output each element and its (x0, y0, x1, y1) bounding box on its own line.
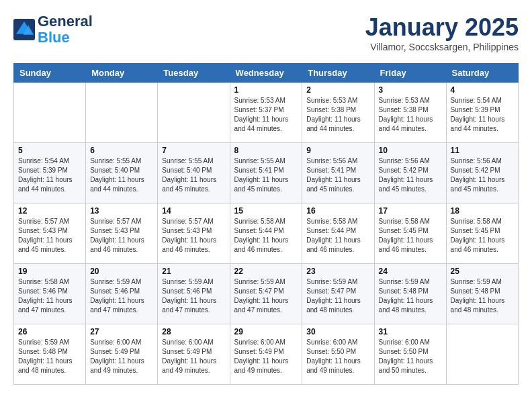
calendar-day-cell: 18Sunrise: 5:58 AM Sunset: 5:45 PM Dayli… (446, 203, 518, 264)
day-number: 17 (379, 206, 442, 216)
logo: General Blue (13, 13, 93, 46)
calendar-day-cell (14, 83, 86, 143)
calendar-day-cell: 28Sunrise: 6:00 AM Sunset: 5:49 PM Dayli… (158, 324, 230, 385)
day-info: Sunrise: 5:57 AM Sunset: 5:43 PM Dayligh… (90, 217, 153, 255)
day-info: Sunrise: 5:58 AM Sunset: 5:46 PM Dayligh… (18, 277, 81, 315)
calendar-day-cell: 26Sunrise: 5:59 AM Sunset: 5:48 PM Dayli… (14, 324, 86, 385)
day-of-week-header: Monday (86, 64, 158, 83)
day-number: 16 (306, 206, 369, 216)
day-number: 31 (379, 327, 442, 336)
day-of-week-header: Sunday (14, 64, 86, 83)
calendar-day-cell: 24Sunrise: 5:59 AM Sunset: 5:48 PM Dayli… (374, 264, 446, 324)
calendar-table: SundayMondayTuesdayWednesdayThursdayFrid… (13, 63, 519, 385)
calendar-day-cell: 13Sunrise: 5:57 AM Sunset: 5:43 PM Dayli… (86, 203, 158, 264)
calendar-day-cell: 20Sunrise: 5:59 AM Sunset: 5:46 PM Dayli… (86, 264, 158, 324)
day-of-week-header: Tuesday (158, 64, 230, 83)
day-number: 9 (306, 146, 369, 155)
calendar-day-cell: 2Sunrise: 5:53 AM Sunset: 5:38 PM Daylig… (302, 83, 374, 143)
day-info: Sunrise: 5:53 AM Sunset: 5:37 PM Dayligh… (234, 96, 298, 134)
day-number: 30 (306, 327, 369, 336)
calendar-day-cell: 29Sunrise: 6:00 AM Sunset: 5:49 PM Dayli… (230, 324, 302, 385)
day-number: 23 (306, 267, 369, 276)
day-info: Sunrise: 5:57 AM Sunset: 5:43 PM Dayligh… (18, 217, 81, 255)
day-info: Sunrise: 5:58 AM Sunset: 5:44 PM Dayligh… (306, 217, 369, 255)
day-info: Sunrise: 5:59 AM Sunset: 5:48 PM Dayligh… (18, 338, 81, 375)
calendar-day-cell: 15Sunrise: 5:58 AM Sunset: 5:44 PM Dayli… (230, 203, 302, 264)
day-info: Sunrise: 5:57 AM Sunset: 5:43 PM Dayligh… (162, 217, 225, 255)
calendar-week-row: 5Sunrise: 5:54 AM Sunset: 5:39 PM Daylig… (14, 143, 519, 203)
calendar-day-cell: 21Sunrise: 5:59 AM Sunset: 5:46 PM Dayli… (158, 264, 230, 324)
logo-blue: Blue (38, 30, 93, 46)
day-info: Sunrise: 6:00 AM Sunset: 5:49 PM Dayligh… (162, 338, 225, 375)
day-number: 13 (90, 206, 153, 216)
calendar-header-row: SundayMondayTuesdayWednesdayThursdayFrid… (14, 64, 519, 83)
calendar-day-cell: 1Sunrise: 5:53 AM Sunset: 5:37 PM Daylig… (230, 83, 302, 143)
day-info: Sunrise: 5:59 AM Sunset: 5:47 PM Dayligh… (234, 277, 298, 315)
location: Villamor, Soccsksargen, Philippines (365, 42, 519, 52)
calendar-day-cell: 25Sunrise: 5:59 AM Sunset: 5:48 PM Dayli… (446, 264, 518, 324)
calendar-day-cell: 7Sunrise: 5:55 AM Sunset: 5:40 PM Daylig… (158, 143, 230, 203)
day-info: Sunrise: 5:59 AM Sunset: 5:46 PM Dayligh… (90, 277, 153, 315)
day-number: 6 (90, 146, 153, 155)
day-number: 18 (451, 206, 514, 216)
day-number: 5 (18, 146, 81, 155)
day-info: Sunrise: 5:59 AM Sunset: 5:48 PM Dayligh… (451, 277, 514, 315)
day-info: Sunrise: 5:56 AM Sunset: 5:41 PM Dayligh… (306, 156, 369, 194)
day-number: 15 (234, 206, 298, 216)
day-info: Sunrise: 5:58 AM Sunset: 5:44 PM Dayligh… (234, 217, 298, 255)
day-number: 7 (162, 146, 225, 155)
day-info: Sunrise: 5:55 AM Sunset: 5:40 PM Dayligh… (162, 156, 225, 194)
day-number: 26 (18, 327, 81, 336)
day-number: 2 (306, 85, 369, 95)
day-number: 14 (162, 206, 225, 216)
logo-icon (13, 19, 35, 40)
day-of-week-header: Saturday (446, 64, 518, 83)
day-number: 3 (379, 85, 442, 95)
day-number: 10 (379, 146, 442, 155)
calendar-day-cell: 6Sunrise: 5:55 AM Sunset: 5:40 PM Daylig… (86, 143, 158, 203)
day-number: 19 (18, 267, 81, 276)
day-info: Sunrise: 5:59 AM Sunset: 5:46 PM Dayligh… (162, 277, 225, 315)
day-number: 11 (451, 146, 514, 155)
day-info: Sunrise: 5:59 AM Sunset: 5:48 PM Dayligh… (379, 277, 442, 315)
day-info: Sunrise: 6:00 AM Sunset: 5:50 PM Dayligh… (379, 338, 442, 375)
day-number: 25 (451, 267, 514, 276)
day-info: Sunrise: 5:59 AM Sunset: 5:47 PM Dayligh… (306, 277, 369, 315)
day-number: 24 (379, 267, 442, 276)
day-number: 21 (162, 267, 225, 276)
day-info: Sunrise: 6:00 AM Sunset: 5:50 PM Dayligh… (306, 338, 369, 375)
day-number: 12 (18, 206, 81, 216)
day-info: Sunrise: 5:53 AM Sunset: 5:38 PM Dayligh… (379, 96, 442, 134)
day-number: 4 (451, 85, 514, 95)
calendar-day-cell: 16Sunrise: 5:58 AM Sunset: 5:44 PM Dayli… (302, 203, 374, 264)
calendar-day-cell: 8Sunrise: 5:55 AM Sunset: 5:41 PM Daylig… (230, 143, 302, 203)
calendar-day-cell: 17Sunrise: 5:58 AM Sunset: 5:45 PM Dayli… (374, 203, 446, 264)
calendar-day-cell: 22Sunrise: 5:59 AM Sunset: 5:47 PM Dayli… (230, 264, 302, 324)
day-number: 8 (234, 146, 298, 155)
calendar-week-row: 12Sunrise: 5:57 AM Sunset: 5:43 PM Dayli… (14, 203, 519, 264)
page-header: General Blue January 2025 Villamor, Socc… (13, 13, 519, 52)
day-info: Sunrise: 5:54 AM Sunset: 5:39 PM Dayligh… (18, 156, 81, 194)
day-info: Sunrise: 6:00 AM Sunset: 5:49 PM Dayligh… (234, 338, 298, 375)
calendar-day-cell: 30Sunrise: 6:00 AM Sunset: 5:50 PM Dayli… (302, 324, 374, 385)
calendar-day-cell (86, 83, 158, 143)
month-title: January 2025 (365, 13, 519, 42)
day-info: Sunrise: 5:56 AM Sunset: 5:42 PM Dayligh… (451, 156, 514, 194)
calendar-week-row: 26Sunrise: 5:59 AM Sunset: 5:48 PM Dayli… (14, 324, 519, 385)
day-number: 29 (234, 327, 298, 336)
day-info: Sunrise: 5:55 AM Sunset: 5:41 PM Dayligh… (234, 156, 298, 194)
calendar-week-row: 19Sunrise: 5:58 AM Sunset: 5:46 PM Dayli… (14, 264, 519, 324)
calendar-day-cell: 5Sunrise: 5:54 AM Sunset: 5:39 PM Daylig… (14, 143, 86, 203)
title-area: January 2025 Villamor, Soccsksargen, Phi… (365, 13, 519, 52)
day-info: Sunrise: 6:00 AM Sunset: 5:49 PM Dayligh… (90, 338, 153, 375)
calendar-day-cell: 27Sunrise: 6:00 AM Sunset: 5:49 PM Dayli… (86, 324, 158, 385)
calendar-day-cell: 4Sunrise: 5:54 AM Sunset: 5:39 PM Daylig… (446, 83, 518, 143)
calendar-day-cell: 14Sunrise: 5:57 AM Sunset: 5:43 PM Dayli… (158, 203, 230, 264)
day-info: Sunrise: 5:54 AM Sunset: 5:39 PM Dayligh… (451, 96, 514, 134)
calendar-day-cell: 31Sunrise: 6:00 AM Sunset: 5:50 PM Dayli… (374, 324, 446, 385)
day-number: 22 (234, 267, 298, 276)
day-info: Sunrise: 5:53 AM Sunset: 5:38 PM Dayligh… (306, 96, 369, 134)
day-number: 27 (90, 327, 153, 336)
day-info: Sunrise: 5:58 AM Sunset: 5:45 PM Dayligh… (379, 217, 442, 255)
calendar-day-cell: 12Sunrise: 5:57 AM Sunset: 5:43 PM Dayli… (14, 203, 86, 264)
